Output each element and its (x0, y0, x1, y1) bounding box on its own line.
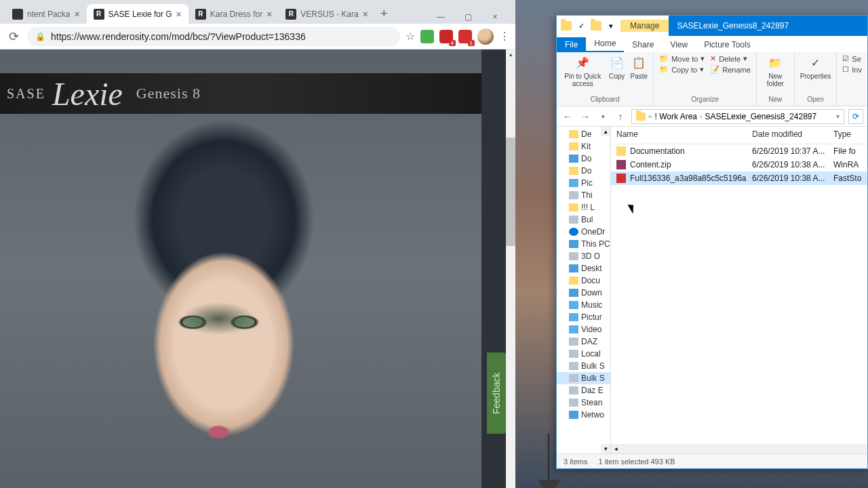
close-icon[interactable]: × (74, 9, 79, 20)
close-icon[interactable]: × (267, 9, 272, 20)
drive-icon (569, 386, 578, 394)
tree-item[interactable]: Stean (557, 396, 610, 409)
brand-prefix: SASE (7, 86, 45, 102)
scroll-up-icon[interactable]: ▴ (506, 49, 515, 59)
properties-button[interactable]: ✓Properties (799, 54, 833, 81)
tree-item[interactable]: Docu (557, 274, 610, 287)
tree-item[interactable]: Video (557, 323, 610, 336)
tab-1[interactable]: RSASE Lexie for G× (87, 4, 189, 24)
tree-item[interactable]: Music (557, 299, 610, 311)
tree-label: De (581, 129, 591, 139)
qat-dropdown[interactable]: ▾ (604, 19, 618, 33)
tab-2[interactable]: RKara Dress for× (189, 4, 279, 24)
file-row[interactable]: Full136336_a3a98a85c5c5196ad...6/26/2019… (611, 171, 867, 185)
chevron-down-icon[interactable]: ▾ (836, 113, 840, 120)
tab-0[interactable]: ntent Packa× (5, 4, 87, 24)
browser-titlebar: ntent Packa× RSASE Lexie for G× RKara Dr… (0, 0, 515, 24)
tree-item[interactable]: Kit (557, 140, 610, 152)
extension-icon[interactable]: 1 (458, 30, 472, 43)
close-icon[interactable]: × (363, 9, 368, 20)
qat-button[interactable]: ✓ (574, 19, 588, 33)
refresh-button[interactable]: ⟳ (848, 109, 863, 124)
copy-button[interactable]: 📄Copy (608, 54, 627, 81)
contextual-tab[interactable]: Manage (620, 20, 669, 32)
feedback-tab[interactable]: Feedback (487, 352, 506, 434)
url-input[interactable]: 🔒 https://www.renderosity.com/mod/bcs/?V… (27, 27, 400, 46)
tree-item[interactable]: Do (557, 152, 610, 165)
file-explorer-window: ✓ ▾ Manage SASELexie_Genesis8_242897 Fil… (556, 15, 868, 469)
scroll-left-icon[interactable]: ◂ (611, 444, 620, 453)
column-date[interactable]: Date modified (747, 127, 828, 144)
back-button[interactable]: ← (561, 110, 574, 123)
folder-icon[interactable] (559, 19, 573, 33)
new-tab-button[interactable]: + (375, 4, 393, 24)
tree-label: Bul (581, 215, 593, 224)
scroll-up-icon[interactable]: ▴ (601, 127, 610, 136)
column-name[interactable]: Name (611, 127, 747, 144)
tree-item[interactable]: Bulk S (557, 360, 610, 372)
tree-item[interactable]: 3D O (557, 250, 610, 262)
paste-button[interactable]: 📋Paste (629, 54, 650, 81)
close-button[interactable]: × (486, 10, 505, 24)
extension-icon[interactable]: 4 (439, 30, 453, 43)
file-row[interactable]: Content.zip6/26/2019 10:38 A...WinRA (611, 158, 867, 171)
scroll-down-icon[interactable]: ▾ (601, 444, 610, 453)
view-tab[interactable]: View (662, 37, 696, 52)
pin-button[interactable]: 📌Pin to Quick access (561, 54, 605, 89)
horizontal-scrollbar[interactable]: ◂ (611, 444, 867, 453)
profile-avatar[interactable] (477, 28, 494, 45)
star-icon[interactable]: ☆ (406, 30, 415, 43)
breadcrumb-segment[interactable]: ! Work Area (655, 112, 697, 121)
navigation-tree[interactable]: ▴ DeKitDoDoPicThi!!! LBulOneDrThis PC3D … (557, 127, 611, 453)
minimize-button[interactable]: — (431, 10, 450, 24)
tree-item[interactable]: Do (557, 165, 610, 177)
maximize-button[interactable]: ▢ (458, 10, 477, 24)
extension-icon[interactable] (420, 30, 434, 43)
tree-item[interactable]: Deskt (557, 262, 610, 274)
breadcrumb-segment[interactable]: SASELexie_Genesis8_242897 (705, 112, 816, 121)
tree-item[interactable]: !!! L (557, 201, 610, 214)
reload-button[interactable]: ⟳ (5, 28, 22, 45)
tree-item[interactable]: Down (557, 287, 610, 299)
folder-icon[interactable] (589, 19, 603, 33)
favicon: R (285, 9, 296, 20)
delete-button[interactable]: ✕ Delete ▾ (709, 54, 752, 64)
paste-icon: 📋 (631, 55, 647, 71)
breadcrumb[interactable]: « ! Work Area › SASELexie_Genesis8_24289… (631, 109, 844, 124)
tree-item[interactable]: Bulk S (557, 372, 610, 384)
column-headers: Name Date modified Type (611, 127, 867, 144)
new-folder-button[interactable]: 📁New folder (761, 54, 790, 89)
tree-label: Stean (581, 398, 602, 407)
move-to-button[interactable]: 📁 Move to ▾ (658, 54, 706, 64)
file-tab[interactable]: File (557, 37, 586, 52)
share-tab[interactable]: Share (624, 37, 662, 52)
menu-icon[interactable]: ⋮ (499, 30, 510, 43)
picture-tools-tab[interactable]: Picture Tools (696, 37, 758, 52)
tree-item[interactable]: Pictur (557, 311, 610, 323)
dl-icon (569, 289, 578, 297)
rename-button[interactable]: 📝 Rename (709, 64, 752, 75)
tree-item[interactable]: Pic (557, 177, 610, 189)
tree-item[interactable]: OneDr (557, 226, 610, 238)
tree-label: Local (581, 349, 601, 359)
tree-item[interactable]: Thi (557, 189, 610, 201)
up-button[interactable]: ↑ (614, 110, 627, 123)
tree-item[interactable]: This PC (557, 238, 610, 250)
tree-item[interactable]: Netwo (557, 409, 610, 421)
file-row[interactable]: Documentation6/26/2019 10:37 A...File fo (611, 144, 867, 158)
forward-button[interactable]: → (578, 110, 592, 123)
recent-dropdown[interactable]: ▾ (596, 110, 610, 123)
tree-item[interactable]: Daz E (557, 384, 610, 396)
close-icon[interactable]: × (176, 9, 182, 20)
select-all-button[interactable]: ☑ Se (841, 54, 863, 64)
scroll-thumb[interactable] (506, 138, 515, 246)
tree-item[interactable]: DAZ (557, 336, 610, 348)
home-tab[interactable]: Home (586, 36, 624, 52)
tree-item[interactable]: Local (557, 348, 610, 360)
column-type[interactable]: Type (828, 127, 867, 144)
tab-3[interactable]: RVERSUS - Kara× (279, 4, 375, 24)
copy-to-button[interactable]: 📁 Copy to ▾ (658, 64, 706, 75)
tree-item[interactable]: Bul (557, 214, 610, 226)
scrollbar[interactable]: ▴ (506, 49, 515, 488)
invert-selection-button[interactable]: ☐ Inv (841, 64, 863, 75)
